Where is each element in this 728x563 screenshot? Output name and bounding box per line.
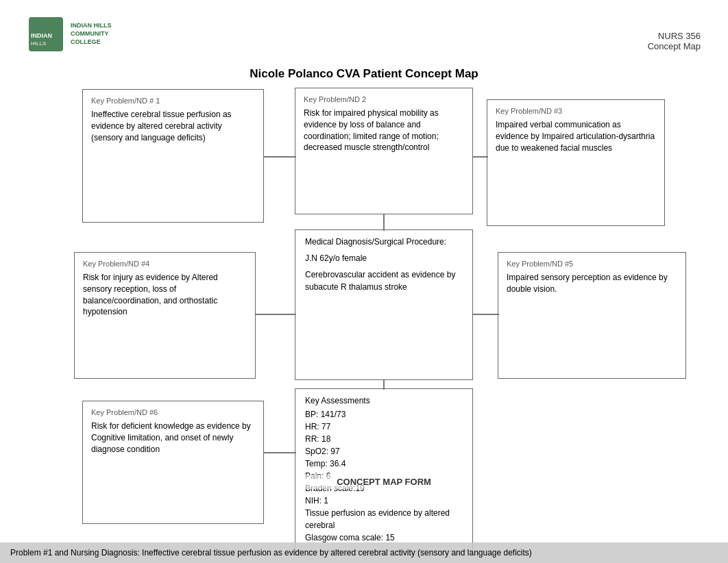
nd2-box: Key Problem/ND 2 Risk for impaired physi… (295, 88, 473, 214)
bottom-problem-bar: Problem #1 and Nursing Diagnosis: Ineffe… (0, 542, 728, 563)
nd6-label: Key Problem/ND #6 (91, 408, 255, 416)
center-label: Medical Diagnosis/Surgical Procedure: (305, 237, 463, 247)
nd6-content: Risk for deficient knowledge as evidence… (91, 421, 255, 455)
nd5-label: Key Problem/ND #5 (507, 260, 677, 268)
connector-center-nd5 (473, 314, 499, 315)
nd1-box: Key Problem/ND # 1 Ineffective cerebral … (82, 89, 264, 223)
center-diagnosis: Cerebrovascular accident as evidence by … (305, 268, 463, 293)
assessments-label: Key Assessments (305, 396, 463, 405)
connector-nd1-nd2 (264, 156, 296, 158)
concept-form-label: CONCEPT MAP FORM (302, 475, 466, 489)
connector-v-top (383, 214, 385, 231)
connector-v-bottom (383, 380, 385, 390)
assessments-box: Key Assessments BP: 141/73 HR: 77 RR: 18… (295, 388, 473, 551)
connector-nd2-nd3 (473, 156, 488, 158)
logo-text: INDIAN HILLSCOMMUNITYCOLLEGE (71, 22, 112, 46)
nd5-box: Key Problem/ND #5 Impaired sensory perce… (498, 252, 686, 379)
nd3-label: Key Problem/ND #3 (496, 107, 656, 115)
logo-area: INDIAN HILLS INDIAN HILLSCOMMUNITYCOLLEG… (27, 14, 151, 62)
svg-text:INDIAN: INDIAN (31, 32, 52, 39)
nd4-label: Key Problem/ND #4 (83, 260, 247, 268)
nd3-box: Key Problem/ND #3 Impaired verbal commun… (487, 99, 665, 226)
course-number: NURS 356 (648, 31, 701, 41)
nd4-box: Key Problem/ND #4 Risk for injury as evi… (74, 252, 256, 379)
course-info: NURS 356 Concept Map (648, 31, 701, 51)
nd2-label: Key Problem/ND 2 (304, 95, 464, 103)
connector-nd4-center (256, 314, 296, 315)
nd4-content: Risk for injury as evidence by Altered s… (83, 272, 247, 318)
nd2-content: Risk for impaired physical mobility as e… (304, 108, 464, 153)
nd5-content: Impaired sensory perception as evidence … (507, 272, 677, 295)
connector-nd6-assess (264, 452, 296, 453)
nd6-box: Key Problem/ND #6 Risk for deficient kno… (82, 401, 264, 524)
svg-text:HILLS: HILLS (31, 40, 46, 47)
logo-icon: INDIAN HILLS (27, 14, 65, 55)
center-patient: J.N 62y/o female (305, 252, 463, 264)
center-diagnosis-box: Medical Diagnosis/Surgical Procedure: J.… (295, 229, 473, 380)
nd1-content: Ineffective cerebral tissue perfusion as… (91, 109, 255, 143)
page-title: Nicole Polanco CVA Patient Concept Map (250, 67, 478, 81)
nd3-content: Impaired verbal communication as evidenc… (496, 119, 656, 153)
doc-type: Concept Map (648, 41, 701, 51)
nd1-label: Key Problem/ND # 1 (91, 97, 255, 105)
